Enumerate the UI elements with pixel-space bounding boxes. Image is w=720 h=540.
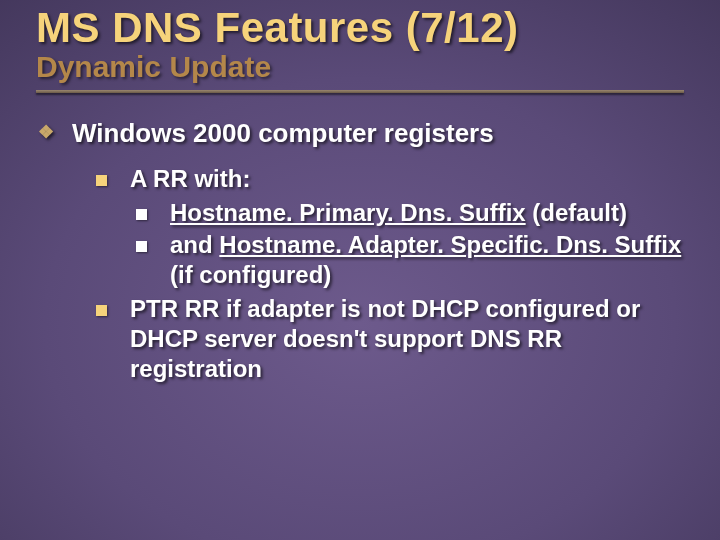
square-bullet-icon [136, 230, 170, 258]
plain-text: and [170, 231, 219, 258]
level3-text: Hostname. Primary. Dns. Suffix (default) [170, 198, 684, 228]
underlined-text: Hostname. Adapter. Specific. Dns. Suffix [219, 231, 681, 258]
slide-title: MS DNS Features (7/12) [36, 0, 684, 52]
content-area: ❖ Windows 2000 computer registers A RR w… [36, 117, 684, 384]
slide: MS DNS Features (7/12) Dynamic Update ❖ … [0, 0, 720, 540]
plain-text: (default) [526, 199, 627, 226]
level1-text: Windows 2000 computer registers [72, 117, 684, 150]
plain-text: (if configured) [170, 261, 331, 288]
square-bullet-icon [96, 164, 130, 192]
bullet-level3: and Hostname. Adapter. Specific. Dns. Su… [136, 230, 684, 290]
divider [36, 90, 684, 93]
slide-subtitle: Dynamic Update [36, 50, 684, 84]
bullet-level3: Hostname. Primary. Dns. Suffix (default) [136, 198, 684, 228]
square-bullet-icon [136, 198, 170, 226]
bullet-level1: ❖ Windows 2000 computer registers [36, 117, 684, 150]
diamond-bullet-icon: ❖ [36, 117, 72, 147]
underlined-text: Hostname. Primary. Dns. Suffix [170, 199, 526, 226]
level2-text: A RR with: [130, 164, 684, 194]
bullet-level2: A RR with: [96, 164, 684, 194]
level3-text: and Hostname. Adapter. Specific. Dns. Su… [170, 230, 684, 290]
bullet-level2: PTR RR if adapter is not DHCP configured… [96, 294, 684, 384]
square-bullet-icon [96, 294, 130, 322]
level2-text: PTR RR if adapter is not DHCP configured… [130, 294, 684, 384]
